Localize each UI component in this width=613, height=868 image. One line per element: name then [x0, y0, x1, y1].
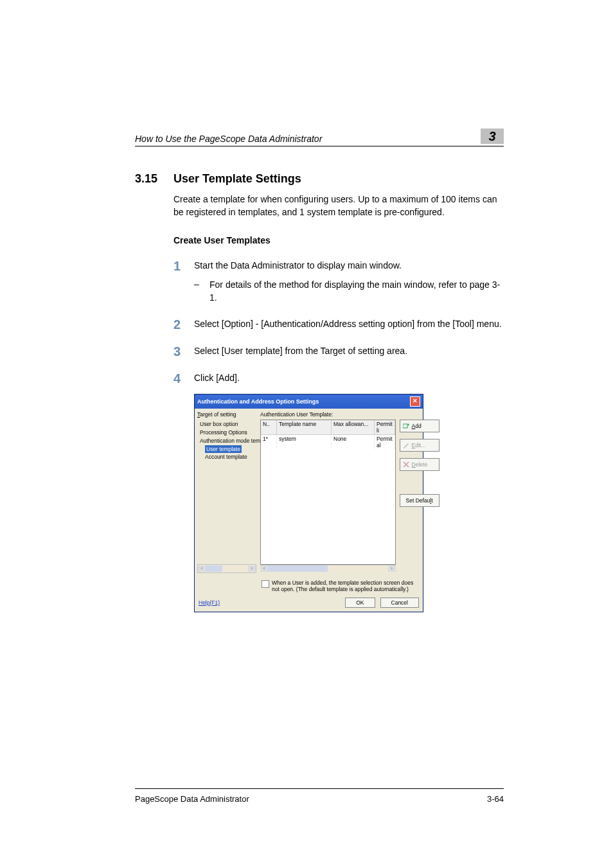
table-empty-area [261, 449, 395, 549]
subsection-title: Create User Templates [173, 235, 504, 245]
delete-button[interactable]: Delete [400, 458, 440, 471]
step-1: 1 Start the Data Administrator to displa… [173, 260, 504, 272]
section-number: 3.15 [135, 172, 173, 186]
tree-view[interactable]: User box option Processing Options Authe… [197, 420, 256, 461]
step-number: 2 [173, 318, 194, 331]
table-row[interactable]: 1* system None Permit al [261, 435, 395, 449]
tree-item[interactable]: Authentication mode tem [200, 437, 256, 445]
template-table[interactable]: N.. Template name Max allowan... Permit … [260, 420, 396, 565]
dialog-title: Authentication and Address Option Settin… [197, 398, 319, 405]
step-number: 4 [173, 372, 194, 385]
section-title: User Template Settings [173, 172, 301, 186]
scroll-right-icon[interactable]: › [388, 565, 396, 572]
svg-rect-0 [403, 424, 407, 428]
table-header[interactable]: N.. Template name Max allowan... Permit … [261, 420, 395, 435]
cell-number: 1* [261, 435, 277, 449]
intro-paragraph: Create a template for when configuring u… [173, 193, 504, 218]
ok-button[interactable]: OK [345, 598, 375, 608]
running-header: How to Use the PageScope Data Administra… [135, 128, 504, 146]
set-default-button[interactable]: Set Default [400, 494, 440, 507]
table-horizontal-scrollbar[interactable]: ‹ › [260, 565, 396, 573]
step-4: 4 Click [Add]. [173, 372, 504, 385]
tree-item[interactable]: User box option [200, 420, 256, 429]
cancel-button[interactable]: Cancel [380, 598, 419, 608]
scroll-left-icon[interactable]: ‹ [198, 565, 206, 572]
step-number: 1 [173, 260, 194, 272]
footer-right: 3-64 [487, 794, 504, 804]
auto-apply-checkbox-row[interactable]: When a User is added, the template selec… [195, 576, 423, 595]
scroll-thumb[interactable] [206, 565, 222, 572]
step-3: 3 Select [User template] from the Target… [173, 345, 504, 358]
dialog-screenshot: Authentication and Address Option Settin… [194, 394, 423, 612]
col-permit[interactable]: Permit li [375, 420, 395, 435]
edit-button[interactable]: Edit... [400, 439, 440, 452]
cell-permit: Permit al [375, 435, 395, 449]
step-text: Select [User template] from the Target o… [194, 345, 407, 358]
scroll-right-icon[interactable]: › [248, 565, 256, 572]
add-button[interactable]: Add [400, 420, 440, 432]
help-link[interactable]: Help(F1) [199, 599, 220, 606]
edit-icon [403, 442, 409, 448]
close-icon[interactable]: ✕ [410, 396, 420, 407]
checkbox-label: When a User is added, the template selec… [272, 580, 420, 592]
template-list-label: Authentication User Template: [260, 411, 440, 418]
scroll-thumb[interactable] [268, 565, 328, 572]
tree-horizontal-scrollbar[interactable]: ‹ › [197, 564, 256, 573]
col-max-allowance[interactable]: Max allowan... [332, 420, 375, 435]
step-text: Click [Add]. [194, 372, 240, 385]
checkbox[interactable] [262, 580, 269, 588]
step-2: 2 Select [Option] - [Authentication/Addr… [173, 318, 504, 331]
target-of-setting-label: Target of setting [197, 411, 256, 418]
footer-left: PageScope Data Administrator [135, 794, 249, 804]
scroll-left-icon[interactable]: ‹ [260, 565, 268, 572]
cell-max-allowance: None [332, 435, 375, 449]
chapter-number: 3 [481, 128, 504, 144]
page-footer: PageScope Data Administrator 3-64 [135, 788, 504, 804]
tree-item[interactable]: Account template [205, 453, 256, 461]
step-1-sub: – For details of the method for displayi… [194, 279, 504, 304]
step-number: 3 [173, 345, 194, 358]
col-template-name[interactable]: Template name [277, 420, 332, 435]
tree-item[interactable]: Processing Options [200, 429, 256, 437]
dialog-titlebar[interactable]: Authentication and Address Option Settin… [195, 394, 423, 409]
step-text: Start the Data Administrator to display … [194, 260, 402, 272]
step-sub-text: For details of the method for displaying… [209, 279, 504, 304]
delete-icon [403, 461, 409, 468]
dash-icon: – [194, 279, 209, 304]
cell-template-name: system [277, 435, 332, 449]
col-number[interactable]: N.. [261, 420, 277, 435]
tree-item-selected[interactable]: User template [205, 445, 242, 454]
add-icon [403, 423, 409, 429]
step-text: Select [Option] - [Authentication/Addres… [194, 318, 502, 331]
header-text: How to Use the PageScope Data Administra… [135, 134, 322, 144]
